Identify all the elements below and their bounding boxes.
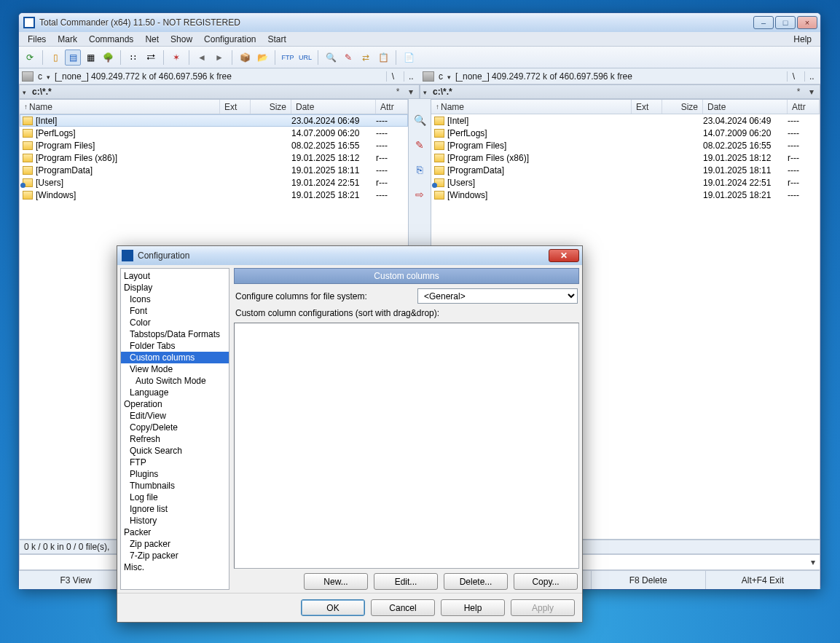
help-button[interactable]: Help (441, 599, 505, 616)
columns-listbox[interactable] (234, 323, 579, 569)
tree-item[interactable]: FTP (121, 457, 229, 468)
url-icon[interactable]: URL (297, 50, 313, 66)
file-row[interactable]: [Program Files]08.02.2025 16:55---- (431, 139, 820, 151)
copy-names-icon[interactable]: 📋 (375, 50, 391, 66)
refresh-icon[interactable]: ⟳ (22, 50, 38, 66)
file-row[interactable]: [PerfLogs]14.07.2009 06:20---- (20, 127, 408, 139)
file-row[interactable]: [Windows]19.01.2025 18:21---- (20, 189, 408, 201)
col-size[interactable]: Size (251, 100, 291, 114)
tree-item[interactable]: Folder Tabs (121, 340, 229, 352)
mid-move-icon[interactable]: ⇨ (413, 188, 426, 201)
tree-item[interactable]: Icons (121, 293, 229, 305)
config-tree[interactable]: LayoutDisplayIconsFontColorTabstops/Data… (120, 268, 229, 590)
filesystem-select[interactable]: <General> (417, 288, 578, 304)
tree-item[interactable]: Plugins (121, 468, 229, 480)
path-left-star[interactable]: * (393, 87, 403, 97)
tree-item[interactable]: Log file (121, 492, 229, 503)
cmd-dropdown-icon[interactable]: ▾ (811, 557, 815, 567)
tree-item[interactable]: Font (121, 305, 229, 317)
copy-button[interactable]: Copy... (514, 573, 578, 590)
file-row[interactable]: [Intel]23.04.2024 06:49---- (431, 114, 820, 127)
path-right-expand-icon[interactable] (423, 87, 430, 97)
tree-item[interactable]: Packer (121, 526, 229, 538)
tree-item[interactable]: Thumbnails (121, 480, 229, 492)
dialog-titlebar[interactable]: Configuration ✕ (117, 246, 582, 265)
cancel-button[interactable]: Cancel (371, 599, 435, 616)
col-date-r[interactable]: Date (703, 100, 788, 114)
ok-button[interactable]: OK (301, 599, 365, 616)
file-row[interactable]: [Program Files (x86)]19.01.2025 18:12r--… (20, 151, 408, 164)
tree-item[interactable]: Layout (121, 270, 229, 282)
edit-button[interactable]: Edit... (374, 573, 438, 590)
file-row[interactable]: [Users]19.01.2024 22:51r--- (431, 176, 820, 189)
fkey-altf4[interactable]: Alt+F4 Exit (706, 571, 820, 589)
swap-panels-icon[interactable]: ⮂ (143, 50, 159, 66)
mid-view-icon[interactable]: 🔍 (413, 114, 426, 127)
menu-mark[interactable]: Mark (52, 33, 83, 46)
tree-item[interactable]: Zip packer (121, 538, 229, 550)
file-row[interactable]: [ProgramData]19.01.2025 18:11---- (431, 164, 820, 176)
tree-item[interactable]: Misc. (121, 561, 229, 573)
menu-commands[interactable]: Commands (83, 33, 139, 46)
tree-item[interactable]: Tabstops/Data Formats (121, 328, 229, 340)
ftp-icon[interactable]: FTP (280, 50, 296, 66)
file-row[interactable]: [Users]19.01.2024 22:51r--- (20, 176, 408, 189)
path-left-dropdown-icon[interactable]: ▾ (406, 87, 416, 97)
multirename-icon[interactable]: ✎ (340, 50, 356, 66)
drive-right-up[interactable]: .. (804, 71, 817, 82)
tree-item[interactable]: View Mode (121, 363, 229, 375)
mid-copy-icon[interactable]: ⎘ (413, 163, 426, 176)
fkey-f8[interactable]: F8 Delete (592, 571, 706, 589)
drive-c-icon[interactable] (22, 71, 34, 82)
col-attr-r[interactable]: Attr (788, 100, 820, 114)
file-row[interactable]: [Program Files]08.02.2025 16:55---- (20, 139, 408, 151)
tree-item[interactable]: Refresh (121, 433, 229, 445)
tree-item[interactable]: Ignore list (121, 503, 229, 515)
file-row[interactable]: [ProgramData]19.01.2025 18:11---- (20, 164, 408, 176)
drive-left-root[interactable]: \ (386, 71, 399, 82)
new-button[interactable]: New... (304, 573, 368, 590)
pack-icon[interactable]: 📦 (237, 50, 253, 66)
drive-right-dropdown[interactable] (447, 71, 451, 82)
view-brief-icon[interactable]: ▯ (47, 50, 63, 66)
menu-net[interactable]: Net (139, 33, 165, 46)
col-ext[interactable]: Ext (220, 100, 251, 114)
tree-item[interactable]: 7-Zip packer (121, 550, 229, 561)
tree-item[interactable]: Operation (121, 398, 229, 410)
tree-item[interactable]: Custom columns (121, 352, 229, 363)
search-icon[interactable]: 🔍 (323, 50, 339, 66)
file-row[interactable]: [Windows]19.01.2025 18:21---- (431, 189, 820, 201)
tree-item[interactable]: Edit/View (121, 410, 229, 422)
path-left-expand-icon[interactable] (23, 87, 29, 97)
close-button[interactable]: × (797, 16, 817, 29)
view-tree-icon[interactable]: 🌳 (100, 50, 116, 66)
tree-item[interactable]: Display (121, 282, 229, 293)
tree-item[interactable]: Copy/Delete (121, 422, 229, 433)
drive-right-label[interactable]: c (439, 71, 443, 82)
maximize-button[interactable]: □ (775, 16, 796, 29)
tree-item[interactable]: Auto Switch Mode (121, 375, 229, 387)
invert-selection-icon[interactable]: ✶ (168, 50, 184, 66)
col-ext-r[interactable]: Ext (632, 100, 662, 114)
drive-left-label[interactable]: c (38, 71, 42, 82)
forward-icon[interactable]: ► (211, 50, 227, 66)
col-attr[interactable]: Attr (376, 100, 408, 114)
path-right[interactable]: c:\*.* * ▾ (420, 84, 820, 99)
tree-item[interactable]: Quick Search (121, 445, 229, 457)
drive-right-root[interactable]: \ (787, 71, 800, 82)
drive-left-dropdown[interactable] (47, 71, 50, 82)
sync-icon[interactable]: ⇄ (358, 50, 374, 66)
back-icon[interactable]: ◄ (194, 50, 210, 66)
menu-files[interactable]: Files (22, 33, 52, 46)
col-date[interactable]: Date (291, 100, 376, 114)
file-row[interactable]: [PerfLogs]14.07.2009 06:20---- (431, 127, 820, 139)
delete-button[interactable]: Delete... (444, 573, 508, 590)
drive-c-icon-r[interactable] (423, 71, 434, 82)
view-full-icon[interactable]: ▤ (65, 50, 81, 66)
unpack-icon[interactable]: 📂 (254, 50, 270, 66)
file-row[interactable]: [Program Files (x86)]19.01.2025 18:12r--… (431, 151, 820, 164)
menu-configuration[interactable]: Configuration (198, 33, 262, 46)
drive-left-up[interactable]: .. (404, 71, 417, 82)
mid-edit-icon[interactable]: ✎ (413, 138, 426, 151)
show-hidden-icon[interactable]: ∷ (125, 50, 141, 66)
